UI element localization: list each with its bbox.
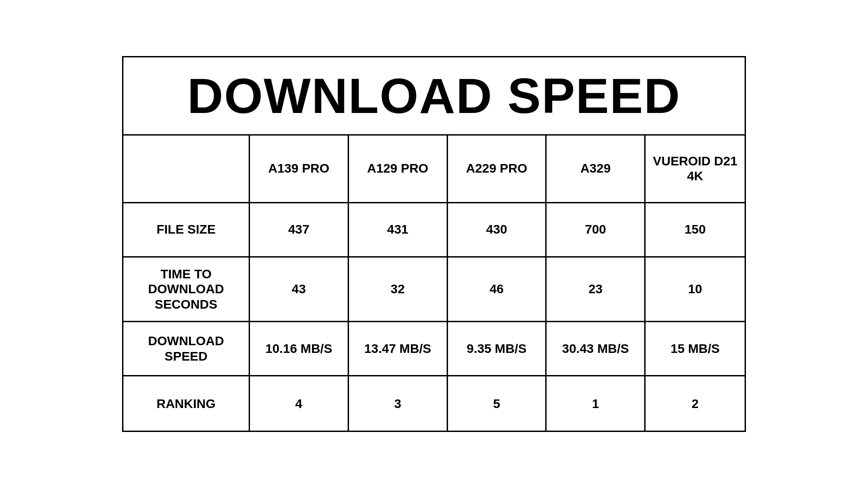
col-header: A329 — [580, 161, 611, 176]
cell-value: 30.43 MB/S — [562, 341, 629, 357]
col-header: A129 PRO — [367, 161, 428, 176]
row-label-text: TIME TO DOWNLOAD SECONDS — [130, 267, 242, 312]
cell-filesize-a329: 700 — [547, 203, 646, 258]
cell-value: 3 — [394, 396, 401, 412]
row-label-ranking: RANKING — [123, 376, 250, 431]
cell-value: 431 — [387, 222, 408, 237]
table-body: A139 PRO A129 PRO A229 PRO A329 VUEROID … — [123, 136, 745, 431]
cell-value: 32 — [391, 282, 405, 297]
cell-timetodl-a139pro: 43 — [250, 258, 349, 323]
cell-value: 2 — [692, 396, 699, 412]
cell-value: 1 — [592, 396, 599, 412]
row-filesize: FILE SIZE 437 431 430 700 150 — [123, 203, 745, 258]
header-col-a229pro: A229 PRO — [448, 136, 547, 203]
cell-value: 700 — [585, 222, 606, 237]
cell-ranking-a139pro: 4 — [250, 376, 349, 431]
row-label-dlspeed: DOWNLOAD SPEED — [123, 322, 250, 376]
table-title-cell: DOWNLOAD SPEED — [123, 57, 745, 136]
row-label-text: FILE SIZE — [156, 222, 216, 237]
col-header: A139 PRO — [268, 161, 329, 176]
row-ranking: RANKING 4 3 5 1 2 — [123, 376, 745, 431]
header-col-a329: A329 — [547, 136, 646, 203]
row-label-text: DOWNLOAD SPEED — [130, 333, 242, 364]
cell-timetodl-a229pro: 46 — [448, 258, 547, 323]
col-header: VUEROID D21 4K — [652, 154, 738, 184]
row-label-timetodl: TIME TO DOWNLOAD SECONDS — [123, 258, 250, 323]
col-header: A229 PRO — [466, 161, 527, 176]
cell-value: 15 MB/S — [670, 341, 720, 357]
cell-value: 10.16 MB/S — [265, 341, 332, 357]
download-speed-table: DOWNLOAD SPEED A139 PRO A129 PRO A229 PR… — [122, 56, 746, 432]
cell-value: 437 — [288, 222, 310, 237]
cell-dlspeed-vueroid: 15 MB/S — [646, 322, 745, 376]
cell-dlspeed-a329: 30.43 MB/S — [547, 322, 646, 376]
cell-ranking-vueroid: 2 — [646, 376, 745, 431]
cell-timetodl-vueroid: 10 — [646, 258, 745, 323]
cell-value: 43 — [292, 282, 306, 297]
cell-value: 10 — [688, 282, 702, 297]
cell-value: 23 — [589, 282, 603, 297]
cell-timetodl-a129pro: 32 — [349, 258, 448, 323]
cell-value: 46 — [490, 282, 504, 297]
cell-filesize-vueroid: 150 — [646, 203, 745, 258]
cell-filesize-a139pro: 437 — [250, 203, 349, 258]
cell-ranking-a129pro: 3 — [349, 376, 448, 431]
cell-dlspeed-a139pro: 10.16 MB/S — [250, 322, 349, 376]
cell-filesize-a129pro: 431 — [349, 203, 448, 258]
cell-dlspeed-a129pro: 13.47 MB/S — [349, 322, 448, 376]
header-empty — [123, 136, 250, 203]
row-dlspeed: DOWNLOAD SPEED 10.16 MB/S 13.47 MB/S 9.3… — [123, 322, 745, 376]
cell-value: 9.35 MB/S — [467, 341, 526, 357]
cell-timetodl-a329: 23 — [547, 258, 646, 323]
header-row: A139 PRO A129 PRO A229 PRO A329 VUEROID … — [123, 136, 745, 203]
cell-value: 150 — [684, 222, 706, 237]
header-col-a139pro: A139 PRO — [250, 136, 349, 203]
cell-filesize-a229pro: 430 — [448, 203, 547, 258]
cell-value: 430 — [486, 222, 507, 237]
cell-value: 4 — [295, 396, 302, 412]
row-label-filesize: FILE SIZE — [123, 203, 250, 258]
header-col-a129pro: A129 PRO — [349, 136, 448, 203]
cell-value: 13.47 MB/S — [364, 341, 431, 357]
cell-ranking-a229pro: 5 — [448, 376, 547, 431]
header-col-vueroid: VUEROID D21 4K — [646, 136, 745, 203]
row-label-text: RANKING — [156, 396, 216, 412]
row-timetodl: TIME TO DOWNLOAD SECONDS 43 32 46 23 10 — [123, 258, 745, 323]
table-title: DOWNLOAD SPEED — [187, 68, 680, 123]
cell-value: 5 — [493, 396, 500, 412]
cell-dlspeed-a229pro: 9.35 MB/S — [448, 322, 547, 376]
cell-ranking-a329: 1 — [547, 376, 646, 431]
